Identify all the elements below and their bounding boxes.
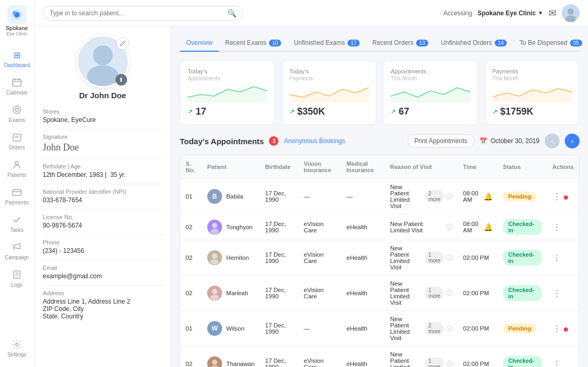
cell-sno: 01 xyxy=(180,311,202,346)
row-action-button[interactable]: ⋮ xyxy=(553,324,561,334)
svg-point-27 xyxy=(86,65,118,87)
edit-profile-icon[interactable] xyxy=(117,37,129,50)
tab-recent-exams[interactable]: Recent Exams 10 xyxy=(219,35,287,51)
row-action-button[interactable]: ⋮ xyxy=(553,222,561,232)
sidebar-item-campaign[interactable]: Campaign xyxy=(0,237,34,265)
tab-bar: Overview Recent Exams 10 Unfinished Exam… xyxy=(180,35,580,52)
sidebar-item-orders[interactable]: Orders xyxy=(0,127,34,155)
cell-medical-ins: eHealth xyxy=(341,276,385,311)
cell-status: Pending xyxy=(498,311,547,346)
cell-medical-ins: — xyxy=(341,179,385,214)
cell-patient: Thanawan xyxy=(202,346,260,368)
address2-value: ZIP Code, City xyxy=(43,305,162,313)
stat-card-today-payments: Today's Payments ↗ $350K xyxy=(282,60,377,125)
next-date-button[interactable]: › xyxy=(565,134,580,148)
tab-overview[interactable]: Overview xyxy=(180,35,219,52)
cell-vision-ins: — xyxy=(298,179,341,214)
cell-reason: New Patient Limited Visit 1 more ⓘ xyxy=(385,240,458,276)
email-value: example@gmail.com xyxy=(43,272,162,280)
sidebar-item-patients[interactable]: Patients xyxy=(0,155,34,182)
svg-point-7 xyxy=(13,106,21,114)
col-medical-ins: Medical Insurance xyxy=(341,155,385,179)
info-icon[interactable]: ⓘ xyxy=(446,289,452,298)
cell-sno: 02 xyxy=(180,346,202,368)
search-input[interactable] xyxy=(50,10,225,17)
address-label: Address xyxy=(43,290,162,296)
app-logo: Spokane Eye Clinic xyxy=(6,5,28,36)
info-icon[interactable]: ⓘ xyxy=(446,253,452,262)
tab-unfinished-orders[interactable]: Unfinished Orders 14 xyxy=(435,35,513,51)
anonymous-bookings-link[interactable]: Anonymous Bookings xyxy=(284,137,345,145)
cell-status: Checked-in xyxy=(498,240,547,276)
info-icon[interactable]: ⓘ xyxy=(446,223,452,232)
svg-point-33 xyxy=(210,259,219,265)
stores-value: Spokane, EyeCure xyxy=(43,116,162,124)
row-action-button[interactable]: ⋮ xyxy=(553,359,561,368)
cell-vision-ins: eVision Care xyxy=(298,276,341,311)
cell-birthdate: 17 Dec, 1990 xyxy=(260,346,298,368)
mail-icon[interactable]: ✉ xyxy=(548,7,556,19)
row-action-button[interactable]: ⋮ xyxy=(553,253,561,263)
license-section: License No. 90-9876-5674 xyxy=(43,214,162,229)
cell-reason: New Patient Limited Visit 1 more ⓘ xyxy=(385,276,458,311)
row-action-button[interactable]: ⋮ xyxy=(553,192,561,202)
table-row: 02 Tonghyon 17 Dec, 1990 eVision Care eH… xyxy=(180,214,579,240)
cell-vision-ins: eVision Care xyxy=(298,214,341,240)
cell-patient: Hemiton xyxy=(202,240,260,276)
sidebar-item-payments[interactable]: Payments xyxy=(0,182,34,210)
cell-actions: ⋮ xyxy=(547,240,579,276)
cell-medical-ins: eHealth xyxy=(341,311,385,346)
print-appointments-button[interactable]: Print Appointments xyxy=(408,134,475,148)
prev-date-button[interactable]: ‹ xyxy=(545,134,560,148)
sidebar-item-settings[interactable]: Settings xyxy=(0,334,34,362)
tab-recent-orders[interactable]: Recent Orders 13 xyxy=(366,35,435,51)
appointments-title: Today's Appointments xyxy=(180,137,264,146)
row-action-button[interactable]: ⋮ xyxy=(553,288,561,298)
svg-point-23 xyxy=(567,8,574,15)
info-icon[interactable]: ⓘ xyxy=(446,360,452,368)
cell-patient: BBabila xyxy=(202,179,260,214)
payments-icon xyxy=(11,186,23,198)
accessing-label: Accessing xyxy=(444,10,473,17)
stat-value-2: 67 xyxy=(399,106,409,117)
col-status: Status xyxy=(498,155,547,179)
appointments-table: S. No. Patient Birthdate Vision Insuranc… xyxy=(180,155,580,367)
patient-name-text: Marleah xyxy=(226,290,248,296)
cell-patient: WWilson xyxy=(202,311,260,346)
tab-unfinished-exams[interactable]: Unfinished Exams 17 xyxy=(287,35,366,51)
stores-section: Stores Spokane, EyeCure xyxy=(43,108,162,124)
cell-vision-ins: eVision Care xyxy=(298,240,341,276)
info-icon[interactable]: ⓘ xyxy=(446,192,452,201)
patient-name-text: Thanawan xyxy=(226,361,255,367)
cell-sno: 02 xyxy=(180,240,202,276)
cell-reason: New Patient Limited Visit 2 more ⓘ xyxy=(385,311,458,346)
tasks-icon xyxy=(11,214,23,225)
svg-point-21 xyxy=(16,343,18,346)
cell-time: 08:00 AM 🔔 xyxy=(458,214,498,240)
info-icon[interactable]: ⓘ xyxy=(446,324,452,333)
trend-icon-1: ↗ xyxy=(290,108,294,115)
sidebar-item-tasks[interactable]: Tasks xyxy=(0,210,34,237)
cell-time: 02:00 PM xyxy=(458,240,498,276)
upload-icon[interactable]: ⬆ xyxy=(115,74,127,86)
cell-birthdate: 17 Dec, 1990 xyxy=(260,240,298,276)
cell-reason: New Patient Limited Visit 1 more ⓘ xyxy=(385,346,458,368)
cell-medical-ins: eHealth xyxy=(341,346,385,368)
cell-actions: ⋮ xyxy=(547,311,579,346)
svg-point-36 xyxy=(210,295,219,300)
sidebar-item-exams[interactable]: Exams xyxy=(0,100,34,127)
cell-birthdate: 17 Dec, 1990 xyxy=(260,311,298,346)
sidebar-item-calendar[interactable]: Calendar xyxy=(0,72,34,100)
sidebar-item-dashboard[interactable]: ⊞ Dashboard xyxy=(0,45,34,72)
cell-reason: New Patient Limited Visit 2 more ⓘ xyxy=(385,179,458,214)
sidebar-item-logs[interactable]: Logs xyxy=(0,265,34,292)
tab-to-be-dispensed[interactable]: To Be Dispensed 05 xyxy=(513,35,588,51)
search-bar[interactable]: 🔍 xyxy=(43,6,243,21)
col-actions: Actions xyxy=(547,155,579,179)
birthdate-section: Birthdate | Age 12th December, 1983 | 35… xyxy=(43,163,162,178)
patient-name-text: Wilson xyxy=(226,325,245,332)
cell-patient: Tonghyon xyxy=(202,214,260,240)
stat-value-3: $1759K xyxy=(500,106,534,117)
calendar-icon xyxy=(11,77,23,88)
cell-actions: ⋮ xyxy=(547,346,579,368)
